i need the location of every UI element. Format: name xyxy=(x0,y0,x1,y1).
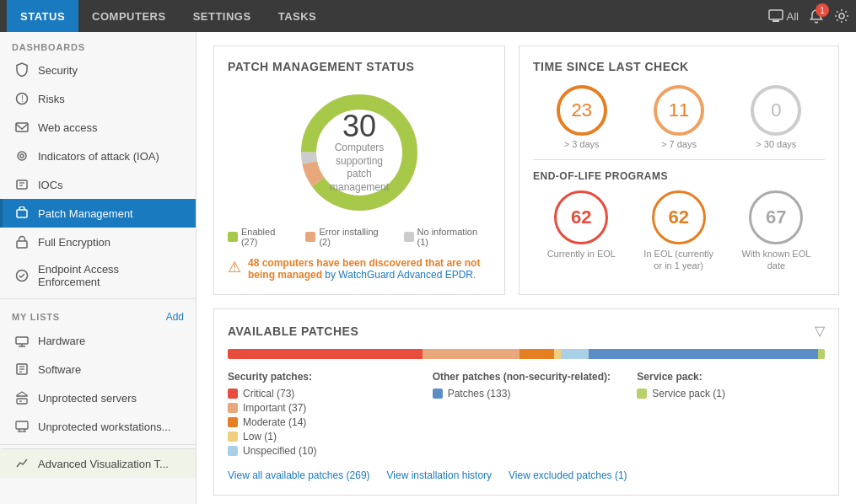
view-all-patches-link[interactable]: View all available patches (269) xyxy=(228,469,370,481)
critical-dot xyxy=(228,389,238,399)
eol-title: END-OF-LIFE PROGRAMS xyxy=(533,170,825,182)
circle-3days: 23 xyxy=(557,85,607,136)
time-circles: 23 > 3 days 11 > 7 days 0 > 30 days xyxy=(533,85,825,149)
circle-30days-label: > 30 days xyxy=(751,139,801,149)
top-row: PATCH MANAGEMENT STATUS xyxy=(213,46,839,295)
patches-label: Patches (133) xyxy=(448,388,511,399)
bar-servicepack xyxy=(818,349,825,359)
sidebar-item-label: Indicators of attack (IOA) xyxy=(38,150,159,163)
sidebar-item-label: Patch Management xyxy=(38,207,133,220)
sidebar-item-ioa[interactable]: Indicators of attack (IOA) xyxy=(0,142,196,170)
computer-label: Computerssupporting patchmanagement xyxy=(326,142,393,194)
tab-tasks[interactable]: TASKS xyxy=(265,0,331,32)
view-installation-history-link[interactable]: View installation history xyxy=(387,469,493,481)
settings-gear-button[interactable] xyxy=(834,8,849,24)
eol-label-1year: In EOL (currentlyor in 1 year) xyxy=(643,248,713,272)
sidebar-item-software[interactable]: Software xyxy=(0,355,196,383)
legend-enabled: Enabled (27) xyxy=(228,227,293,247)
patch-management-title: PATCH MANAGEMENT STATUS xyxy=(228,60,491,73)
sidebar-item-ioc[interactable]: IOCs xyxy=(0,170,196,199)
donut-center: 30 Computerssupporting patchmanagement xyxy=(326,111,393,194)
patch-low: Low (1) xyxy=(228,431,416,442)
sidebar-item-risks[interactable]: ! Risks xyxy=(0,84,196,113)
watchguard-link[interactable]: by WatchGuard Advanced EPDR. xyxy=(325,269,476,281)
time-circle-7days: 11 > 7 days xyxy=(654,85,704,149)
circle-30days: 0 xyxy=(751,85,801,136)
patch-unspecified: Unspecified (10) xyxy=(228,445,416,457)
patches-dot xyxy=(433,389,443,399)
donut-area: 30 Computerssupporting patchmanagement E… xyxy=(228,85,491,247)
legend-noinfo-label: No information (1) xyxy=(417,227,491,247)
legend-noinfo: No information (1) xyxy=(404,227,491,247)
ioa-icon xyxy=(14,148,30,164)
eol-item-current: 62 Currently in EOL xyxy=(547,190,616,272)
bar-important xyxy=(423,349,520,359)
filter-icon[interactable]: ▽ xyxy=(815,323,825,339)
unspecified-dot xyxy=(228,446,238,456)
sidebar-item-label: Software xyxy=(38,363,81,376)
svg-point-7 xyxy=(20,154,24,158)
sidebar-item-label: IOCs xyxy=(38,179,63,191)
low-label: Low (1) xyxy=(243,431,277,442)
notifications-button[interactable]: 1 xyxy=(809,8,824,24)
hardware-icon xyxy=(14,333,30,348)
tab-status[interactable]: STATUS xyxy=(7,0,78,32)
circle-3days-label: > 3 days xyxy=(557,139,607,149)
patch-management-panel: PATCH MANAGEMENT STATUS xyxy=(213,46,505,295)
patch-bar xyxy=(228,349,825,359)
patch-columns: Security patches: Critical (73) Importan… xyxy=(228,371,825,459)
eol-circles: 62 Currently in EOL 62 In EOL (currently… xyxy=(533,190,825,272)
other-patches-title: Other patches (non-security-related): xyxy=(433,371,621,383)
legend-error-label: Error installing (2) xyxy=(319,227,391,247)
view-excluded-patches-link[interactable]: View excluded patches (1) xyxy=(509,469,627,481)
warning-text: 48 computers have been discovered that a… xyxy=(248,257,491,281)
sidebar-item-web-access[interactable]: Web access xyxy=(0,113,196,142)
sidebar-item-advanced-viz[interactable]: Advanced Visualization T... xyxy=(0,448,196,478)
bar-low xyxy=(554,349,561,359)
patch-legend: Enabled (27) Error installing (2) No inf… xyxy=(228,227,491,247)
low-dot xyxy=(228,432,238,442)
computer-count: 30 xyxy=(326,111,393,142)
sidebar-item-unprotected-servers[interactable]: Unprotected servers xyxy=(0,383,196,412)
tab-settings[interactable]: SETTINGS xyxy=(180,0,265,32)
important-dot xyxy=(228,403,238,413)
endpoint-icon xyxy=(14,268,30,283)
my-lists-header: MY LISTS Add xyxy=(0,303,196,326)
my-lists-label: MY LISTS xyxy=(12,312,60,322)
sidebar-item-security[interactable]: Security xyxy=(0,56,196,84)
bar-moderate xyxy=(520,349,554,359)
main-content: PATCH MANAGEMENT STATUS xyxy=(197,32,856,504)
eol-label-known: With known EOLdate xyxy=(741,248,810,272)
moderate-label: Moderate (14) xyxy=(243,416,306,428)
tab-computers[interactable]: COMPUTERS xyxy=(78,0,180,32)
web-icon xyxy=(14,120,30,135)
patches-header: AVAILABLE PATCHES ▽ xyxy=(228,323,825,339)
available-patches-title: AVAILABLE PATCHES xyxy=(228,324,358,338)
sidebar-item-patch-management[interactable]: Patch Management xyxy=(0,199,196,228)
servicepack-dot xyxy=(637,389,647,399)
time-check-title: TIME SINCE LAST CHECK xyxy=(533,60,825,73)
eol-ring-1year: 62 xyxy=(652,190,706,244)
service-pack-title: Service pack: xyxy=(637,371,825,383)
legend-noinfo-dot xyxy=(404,232,414,242)
patch-critical: Critical (73) xyxy=(228,388,416,399)
svg-rect-11 xyxy=(17,210,27,217)
time-circle-3days: 23 > 3 days xyxy=(557,85,607,149)
sidebar-item-endpoint[interactable]: Endpoint Access Enforcement xyxy=(0,256,196,295)
bar-critical xyxy=(228,349,423,359)
sidebar-item-hardware[interactable]: Hardware xyxy=(0,326,196,355)
sidebar-item-label: Unprotected workstations... xyxy=(38,421,171,433)
shield-icon xyxy=(14,62,30,78)
legend-enabled-dot xyxy=(228,232,238,242)
warning-icon: ⚠ xyxy=(228,258,241,276)
circle-7days-label: > 7 days xyxy=(654,139,704,149)
all-computers-button[interactable]: All xyxy=(768,9,799,23)
sidebar-item-encryption[interactable]: Full Encryption xyxy=(0,228,196,256)
sidebar-item-unprotected-workstations[interactable]: Unprotected workstations... xyxy=(0,412,196,441)
eol-item-known: 67 With known EOLdate xyxy=(741,190,810,272)
sidebar-item-label: Advanced Visualization T... xyxy=(38,458,169,470)
patch-moderate: Moderate (14) xyxy=(228,416,416,428)
patch-servicepack: Service pack (1) xyxy=(637,388,825,399)
patch-icon xyxy=(14,206,30,221)
add-list-button[interactable]: Add xyxy=(166,311,184,323)
